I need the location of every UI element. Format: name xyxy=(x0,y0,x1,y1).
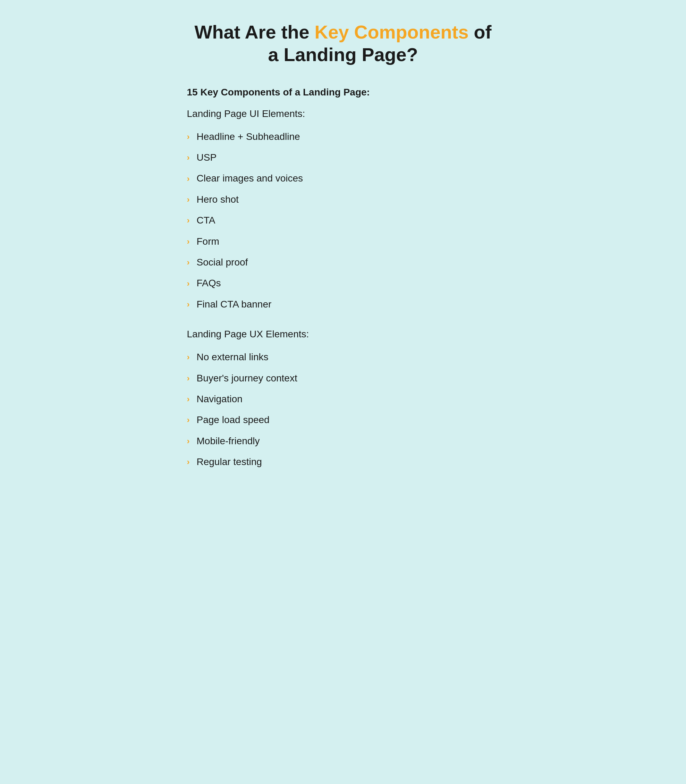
list-item: › Page load speed xyxy=(187,410,499,430)
list-item: › Form xyxy=(187,231,499,252)
list-item: › Social proof xyxy=(187,252,499,273)
list-item-text: CTA xyxy=(197,214,216,227)
list-item-text: Mobile-friendly xyxy=(197,435,260,448)
chevron-icon: › xyxy=(187,175,190,183)
ui-section-label: Landing Page UI Elements: xyxy=(187,108,499,119)
page-container: What Are the Key Components of a Landing… xyxy=(187,21,499,486)
list-item-text: Page load speed xyxy=(197,414,270,426)
list-item: › Regular testing xyxy=(187,451,499,472)
list-item-text: Social proof xyxy=(197,256,248,269)
chevron-icon: › xyxy=(187,279,190,288)
list-item: › Headline + Subheadline xyxy=(187,126,499,147)
page-title: What Are the Key Components of a Landing… xyxy=(187,21,499,66)
section-heading: 15 Key Components of a Landing Page: xyxy=(187,87,499,98)
list-item: › Final CTA banner xyxy=(187,294,499,315)
list-item-text: FAQs xyxy=(197,277,221,289)
chevron-icon: › xyxy=(187,216,190,225)
list-item: › Mobile-friendly xyxy=(187,431,499,451)
list-item-text: Buyer's journey context xyxy=(197,372,297,385)
list-item-text: USP xyxy=(197,151,217,164)
list-item-text: Headline + Subheadline xyxy=(197,131,300,143)
list-item: › Buyer's journey context xyxy=(187,368,499,389)
chevron-icon: › xyxy=(187,374,190,382)
chevron-icon: › xyxy=(187,437,190,445)
list-item: › No external links xyxy=(187,347,499,368)
chevron-icon: › xyxy=(187,395,190,403)
ui-items-list: › Headline + Subheadline › USP › Clear i… xyxy=(187,126,499,315)
list-item: › USP xyxy=(187,147,499,168)
title-section: What Are the Key Components of a Landing… xyxy=(187,21,499,66)
chevron-icon: › xyxy=(187,154,190,162)
list-item: › FAQs xyxy=(187,273,499,294)
list-item-text: Hero shot xyxy=(197,193,239,206)
chevron-icon: › xyxy=(187,132,190,141)
list-item: › Navigation xyxy=(187,389,499,410)
ux-items-list: › No external links › Buyer's journey co… xyxy=(187,347,499,472)
list-item-text: Clear images and voices xyxy=(197,172,303,185)
title-highlight: Key Components xyxy=(314,21,469,42)
list-item: › Clear images and voices xyxy=(187,168,499,189)
list-item-text: Navigation xyxy=(197,393,243,405)
list-item-text: Regular testing xyxy=(197,456,262,468)
chevron-icon: › xyxy=(187,258,190,266)
list-item: › CTA xyxy=(187,210,499,231)
chevron-icon: › xyxy=(187,300,190,309)
list-item-text: Form xyxy=(197,235,219,248)
chevron-icon: › xyxy=(187,237,190,246)
content-section: 15 Key Components of a Landing Page: Lan… xyxy=(187,87,499,473)
list-item-text: No external links xyxy=(197,351,269,363)
chevron-icon: › xyxy=(187,416,190,424)
list-item: › Hero shot xyxy=(187,189,499,210)
list-item-text: Final CTA banner xyxy=(197,298,272,310)
chevron-icon: › xyxy=(187,458,190,466)
chevron-icon: › xyxy=(187,353,190,361)
ux-section-label: Landing Page UX Elements: xyxy=(187,329,499,340)
title-part1: What Are the xyxy=(194,21,314,42)
chevron-icon: › xyxy=(187,195,190,204)
